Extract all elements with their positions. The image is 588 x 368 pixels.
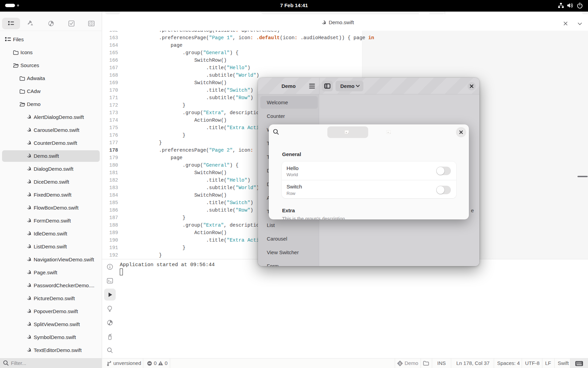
svg-text:S: S <box>399 362 401 365</box>
